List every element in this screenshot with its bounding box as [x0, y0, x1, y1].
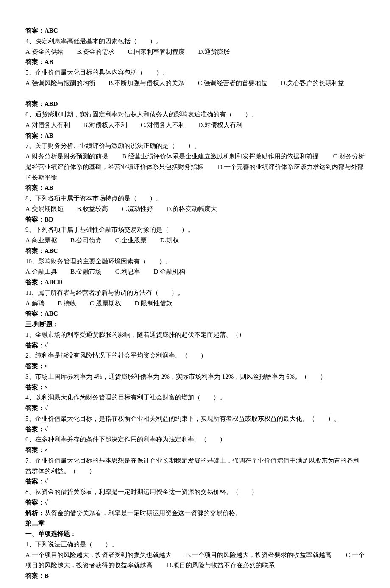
- option-d: D.期权: [160, 235, 179, 246]
- answer-label: 答案：√: [25, 476, 365, 487]
- answer-label: 答案：×: [25, 361, 365, 372]
- option-a: A.资金的供给: [25, 47, 64, 57]
- question-options: A.解聘 B.接收 C.股票期权 D.限制性借款: [25, 298, 365, 309]
- option-c: C.对债务人不利: [141, 120, 185, 130]
- question-options: A.交易期限短 B.收益较高 C.流动性好 D.价格变动幅度大: [25, 204, 365, 214]
- question-options-wrap: A.一个项目的风险越大，投资者受到的损失也就越大 B.一个项目的风险越大，投资者…: [25, 550, 365, 571]
- answer-label: 答案：√: [25, 403, 365, 413]
- option-b: B.一个项目的风险越大，投资者要求的收益率就越高: [186, 552, 332, 558]
- option-b: B.收益较高: [77, 204, 108, 214]
- option-a: A.金融工具: [25, 266, 57, 277]
- question-stem: 3、市场上国库券利率为 4%，通货膨胀补偿率为 2%，实际市场利率为 12%，则…: [25, 372, 365, 382]
- section-title: 一、单项选择题：: [25, 529, 365, 539]
- question-stem: 7、企业价值最大化目标的基本思想是在保证企业长期稳定发展的基础上，强调在企业价值…: [25, 455, 365, 477]
- blank-line: [25, 89, 365, 99]
- question-options: A.商业票据 B.公司债券 C.企业股票 D.期权: [25, 235, 365, 246]
- question-stem: 4、决定利息率高低最基本的因素包括（ ）。: [25, 36, 365, 47]
- option-b: B.不断加强与债权人的关系: [109, 78, 184, 89]
- option-b: B.对债权人不利: [83, 120, 127, 130]
- option-d: D.对债权人有利: [198, 120, 242, 130]
- option-b: B.公司债券: [70, 235, 102, 246]
- question-options: A.对债务人有利 B.对债权人不利 C.对债务人不利 D.对债权人有利: [25, 120, 365, 130]
- option-a: A.解聘: [25, 298, 45, 309]
- question-stem: 6、在多种利率并存的条件下起决定作用的利率称为法定利率。（ ）: [25, 434, 365, 445]
- option-d: D.项目的风险与收益不存在必然的联系: [167, 562, 275, 569]
- option-b: B.经营业绩评价体系是企业建立激励机制和发挥激励作用的依据和前提: [122, 153, 319, 160]
- option-a: A.一个项目的风险越大，投资者受到的损失也就越大: [25, 552, 172, 558]
- question-stem: 10、影响财务管理的主要金融环境因素有（ ）。: [25, 256, 365, 267]
- answer-label: 答案：ABC: [25, 246, 365, 256]
- question-stem: 9、下列各项中属于基础性金融市场交易对象的是（ ）。: [25, 225, 365, 235]
- answer-label: 答案：AB: [25, 130, 365, 141]
- answer-label: 答案：×: [25, 382, 365, 393]
- option-d: D.关心客户的长期利益: [281, 78, 344, 89]
- option-c: C.国家利率管制程度: [128, 47, 185, 57]
- option-b: B.资金的需求: [77, 47, 114, 57]
- option-a: A.对债务人有利: [25, 120, 70, 130]
- question-stem: 1、下列说法正确的是（ ）。: [25, 539, 365, 550]
- question-options: A.强调风险与报酬的均衡 B.不断加强与债权人的关系 C.强调经营者的首要地位 …: [25, 78, 365, 89]
- answer-label: 答案：ABD: [25, 99, 365, 109]
- question-options-wrap: A.财务分析是财务预测的前提 B.经营业绩评价体系是企业建立激励机制和发挥激励作…: [25, 151, 365, 183]
- question-stem: 5、企业价值最大化目标，是指在权衡企业相关利益的约束下，实现所有者权益或股东权益…: [25, 413, 365, 424]
- question-stem: 7、关于财务分析、业绩评价与激励的说法正确的是（ ）。: [25, 141, 365, 151]
- answer-label: 答案：ABCD: [25, 277, 365, 288]
- answer-label: 答案：√: [25, 424, 365, 435]
- answer-label: 答案：B: [25, 571, 365, 581]
- option-a: A.商业票据: [25, 235, 57, 246]
- option-d: D.金融机构: [153, 266, 185, 277]
- explanation-label: 解析：: [25, 510, 45, 516]
- option-b: B.接收: [58, 298, 76, 309]
- question-options: A.金融工具 B.金融市场 C.利息率 D.金融机构: [25, 266, 365, 277]
- explanation-text: 从资金的借贷关系看，利率是一定时期运用资金这一资源的交易价格。: [45, 510, 242, 516]
- answer-label: 答案：×: [25, 445, 365, 455]
- option-c: C.利息率: [115, 266, 140, 277]
- option-b: B.金融市场: [70, 266, 102, 277]
- answer-label: 答案：ABC: [25, 25, 365, 36]
- question-stem: 6、通货膨胀时期，实行固定利率对债权人和债务人的影响表述准确的有（ ）。: [25, 109, 365, 120]
- answer-label: 答案：√: [25, 340, 365, 351]
- option-a: A.强调风险与报酬的均衡: [25, 78, 95, 89]
- option-d: D.价格变动幅度大: [166, 204, 217, 214]
- answer-label: 答案：AB: [25, 183, 365, 193]
- option-a: A.财务分析是财务预测的前提: [25, 153, 108, 160]
- option-a: A.交易期限短: [25, 204, 64, 214]
- question-stem: 4、以利润最大化作为财务管理的目标有利于社会财富的增加（ ）。: [25, 392, 365, 403]
- question-options: A.资金的供给 B.资金的需求 C.国家利率管制程度 D.通货膨胀: [25, 47, 365, 57]
- question-stem: 5、企业价值最大化目标的具体内容包括（ ）。: [25, 67, 365, 78]
- question-stem: 8、从资金的借贷关系看，利率是一定时期运用资金这一资源的交易价格。（ ）: [25, 487, 365, 497]
- option-c: C.强调经营者的首要地位: [198, 78, 267, 89]
- question-stem: 8、下列各项中属于资本市场特点的是（ ）。: [25, 193, 365, 204]
- option-d: D.通货膨胀: [198, 47, 230, 57]
- option-c: C.流动性好: [122, 204, 153, 214]
- option-c: C.股票期权: [90, 298, 121, 309]
- answer-label: 答案：ABC: [25, 308, 365, 319]
- question-stem: 1、金融市场的利率受通货膨胀的影响，随着通货膨胀的起伏不定而起落。（）: [25, 330, 365, 340]
- question-stem: 2、纯利率是指没有风险情况下的社会平均资金利润率。（ ）: [25, 350, 365, 361]
- answer-label: 答案：BD: [25, 214, 365, 225]
- option-d: D.限制性借款: [134, 298, 173, 309]
- answer-label: 答案：√: [25, 497, 365, 508]
- section-title: 三.判断题：: [25, 319, 365, 330]
- answer-label: 答案：AB: [25, 57, 365, 67]
- question-stem: 11、属于所有者与经营者矛盾与协调的方法有（ ）。: [25, 288, 365, 298]
- chapter-title: 第二章: [25, 518, 365, 529]
- option-c: C.企业股票: [115, 235, 147, 246]
- explanation: 解析：从资金的借贷关系看，利率是一定时期运用资金这一资源的交易价格。: [25, 508, 365, 519]
